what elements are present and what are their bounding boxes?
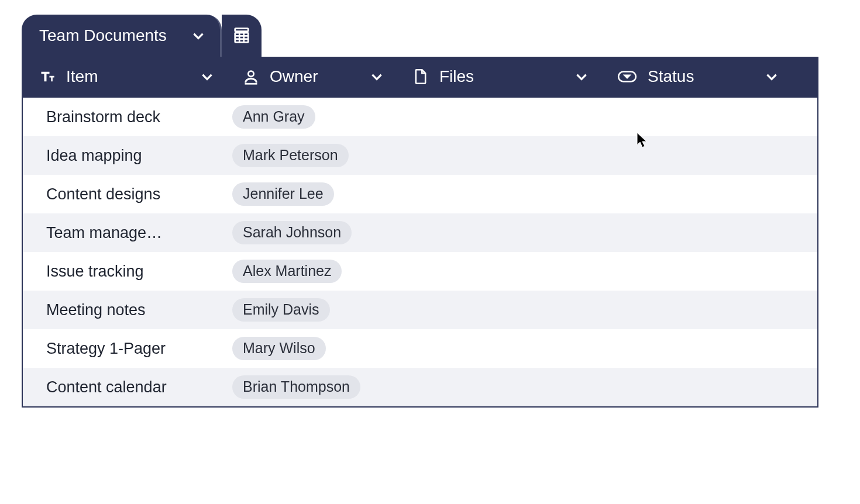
cell-item[interactable]: Idea mapping	[23, 147, 226, 165]
svg-rect-1	[235, 33, 249, 42]
cell-owner[interactable]: Jennifer Lee	[226, 182, 396, 206]
column-header-item[interactable]: Item	[23, 67, 226, 86]
cell-owner[interactable]: Ann Gray	[226, 105, 396, 129]
chevron-down-icon[interactable]	[369, 69, 384, 84]
cell-owner[interactable]: Alex Martinez	[226, 260, 396, 283]
chevron-down-icon[interactable]	[199, 69, 215, 84]
owner-pill: Emily Davis	[232, 298, 330, 322]
dropdown-pill-icon	[617, 70, 637, 83]
table-grid-icon	[233, 27, 250, 44]
table-row[interactable]: Content designs Jennifer Lee	[23, 175, 817, 213]
tab-title: Team Documents	[39, 26, 167, 45]
table-row[interactable]: Issue tracking Alex Martinez	[23, 252, 817, 291]
owner-pill: Ann Gray	[232, 105, 315, 129]
chevron-down-icon[interactable]	[191, 28, 206, 43]
cell-item[interactable]: Meeting notes	[23, 301, 226, 319]
cell-owner[interactable]: Mark Peterson	[226, 144, 396, 167]
owner-pill: Brian Thompson	[232, 375, 360, 399]
tab-bar: Team Documents	[22, 15, 818, 57]
cell-item[interactable]: Issue tracking	[23, 263, 226, 281]
chevron-down-icon[interactable]	[574, 69, 589, 84]
column-header-files[interactable]: Files	[396, 67, 601, 86]
owner-pill: Alex Martinez	[232, 260, 342, 283]
owner-pill: Jennifer Lee	[232, 182, 334, 206]
table-row[interactable]: Meeting notes Emily Davis	[23, 291, 817, 329]
column-header-owner[interactable]: Owner	[226, 67, 396, 86]
owner-pill: Mary Wilso	[232, 337, 326, 360]
cell-item[interactable]: Content calendar	[23, 378, 226, 396]
column-label: Files	[439, 67, 474, 86]
column-label: Owner	[270, 67, 318, 86]
table-body: Brainstorm deck Ann Gray Idea mapping Ma…	[22, 98, 818, 408]
cell-owner[interactable]: Emily Davis	[226, 298, 396, 322]
chevron-down-icon[interactable]	[764, 69, 779, 84]
table-row[interactable]: Strategy 1-Pager Mary Wilso	[23, 329, 817, 368]
column-label: Item	[66, 67, 98, 86]
cell-item[interactable]: Content designs	[23, 185, 226, 203]
tab-team-documents[interactable]: Team Documents	[22, 15, 222, 57]
cell-owner[interactable]: Sarah Johnson	[226, 221, 396, 244]
text-type-icon	[39, 68, 56, 85]
svg-point-6	[248, 71, 253, 77]
file-icon	[412, 68, 429, 85]
cell-owner[interactable]: Brian Thompson	[226, 375, 396, 399]
table-row[interactable]: Content calendar Brian Thompson	[23, 368, 817, 406]
table-row[interactable]: Idea mapping Mark Peterson	[23, 136, 817, 175]
table-row[interactable]: Team manage… Sarah Johnson	[23, 213, 817, 252]
column-label: Status	[648, 67, 694, 86]
owner-pill: Mark Peterson	[232, 144, 349, 167]
cell-item[interactable]: Strategy 1-Pager	[23, 340, 226, 358]
person-icon	[243, 68, 259, 85]
column-header-row: Item Owner	[22, 57, 818, 98]
owner-pill: Sarah Johnson	[232, 221, 352, 244]
svg-rect-0	[235, 29, 249, 32]
column-header-status[interactable]: Status	[601, 67, 791, 86]
table-container: Team Documents	[22, 15, 818, 408]
cell-owner[interactable]: Mary Wilso	[226, 337, 396, 360]
svg-marker-9	[625, 75, 630, 78]
tab-tools-button[interactable]	[222, 15, 262, 57]
cell-item[interactable]: Team manage…	[23, 224, 226, 242]
table-row[interactable]: Brainstorm deck Ann Gray	[23, 98, 817, 136]
cell-item[interactable]: Brainstorm deck	[23, 108, 226, 126]
